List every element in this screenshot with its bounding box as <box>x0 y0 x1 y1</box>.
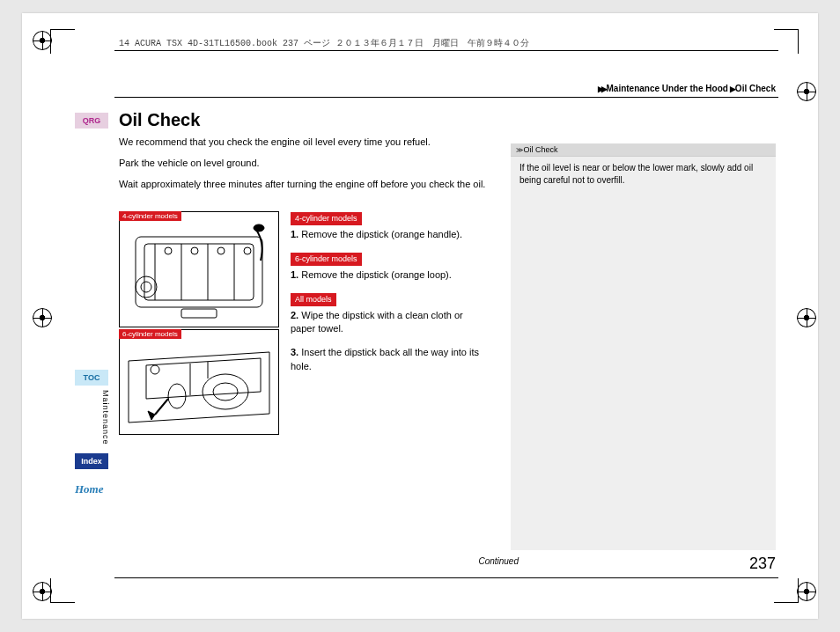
crop-mark-icon <box>774 578 799 603</box>
svg-point-18 <box>151 365 159 374</box>
svg-rect-2 <box>144 244 254 300</box>
svg-point-8 <box>191 247 198 254</box>
sidebar-body: If the oil level is near or below the lo… <box>511 157 776 192</box>
svg-point-10 <box>244 247 251 254</box>
svg-point-12 <box>141 282 151 292</box>
page: 14 ACURA TSX 4D-31TL16500.book 237 ページ ２… <box>22 13 818 619</box>
engine-6cyl-illustration <box>120 330 278 434</box>
divider <box>114 97 778 98</box>
step-group: 6-cylinder models 1. Remove the dipstick… <box>291 252 489 282</box>
source-header: 14 ACURA TSX 4D-31TL16500.book 237 ページ ２… <box>119 37 529 49</box>
engine-4cyl-illustration <box>120 212 278 327</box>
figure-4cyl: 4-cylinder models <box>119 211 279 327</box>
info-sidebar: ≫ Oil Check If the oil level is near or … <box>511 143 776 550</box>
steps: 4-cylinder models 1. Remove the dipstick… <box>291 211 489 384</box>
step-group: 3. Insert the dipstick back all the way … <box>291 346 489 373</box>
svg-point-7 <box>165 247 172 254</box>
home-icon: Home <box>75 480 110 497</box>
page-number: 237 <box>749 555 776 573</box>
model-badge: 6-cylinder models <box>291 253 362 266</box>
continued-label: Continued <box>478 556 519 566</box>
registration-icon <box>797 308 816 327</box>
svg-point-16 <box>213 383 238 401</box>
figure-label: 6-cylinder models <box>119 329 181 339</box>
registration-icon <box>33 582 52 601</box>
svg-point-15 <box>203 374 248 409</box>
svg-point-13 <box>254 224 264 231</box>
sidebar-heading: ≫ Oil Check <box>511 143 776 157</box>
qrg-button[interactable]: QRG <box>75 113 108 129</box>
chevron-right-icon: ▶▶ <box>598 85 605 93</box>
toc-button[interactable]: TOC <box>75 370 108 386</box>
figure-label: 4-cylinder models <box>119 211 181 221</box>
registration-icon <box>33 308 52 327</box>
footer-rule <box>114 577 778 578</box>
step-group: 4-cylinder models 1. Remove the dipstick… <box>291 211 489 241</box>
model-badge: 4-cylinder models <box>291 212 362 225</box>
svg-text:Home: Home <box>75 482 104 496</box>
registration-icon <box>797 582 816 601</box>
chevron-right-icon: ▶ <box>730 85 733 93</box>
header-rule <box>114 50 778 51</box>
section-label-vertical: Maintenance <box>101 390 110 445</box>
figure-6cyl: 6-cylinder models <box>119 329 279 435</box>
home-button[interactable]: Home <box>75 480 110 497</box>
figures: 4-cylinder models <box>119 211 279 437</box>
crop-mark-icon <box>50 578 75 603</box>
paragraph: We recommend that you check the engine o… <box>119 136 489 150</box>
paragraph: Park the vehicle on level ground. <box>119 157 489 171</box>
svg-point-9 <box>217 247 225 254</box>
step-group: All models 2. Wipe the dipstick with a c… <box>291 292 489 335</box>
paragraph: Wait approximately three minutes after t… <box>119 178 489 192</box>
registration-icon <box>33 31 52 50</box>
registration-icon <box>797 82 816 101</box>
info-icon: ≫ <box>516 146 521 154</box>
main-content: Oil Check We recommend that you check th… <box>119 110 489 199</box>
model-badge: All models <box>291 293 336 306</box>
svg-point-11 <box>136 276 157 298</box>
svg-rect-14 <box>181 309 217 318</box>
breadcrumb: ▶▶Maintenance Under the Hood▶Oil Check <box>598 84 777 93</box>
crop-mark-icon <box>50 29 75 54</box>
page-title: Oil Check <box>119 110 489 130</box>
index-button[interactable]: Index <box>75 453 108 469</box>
